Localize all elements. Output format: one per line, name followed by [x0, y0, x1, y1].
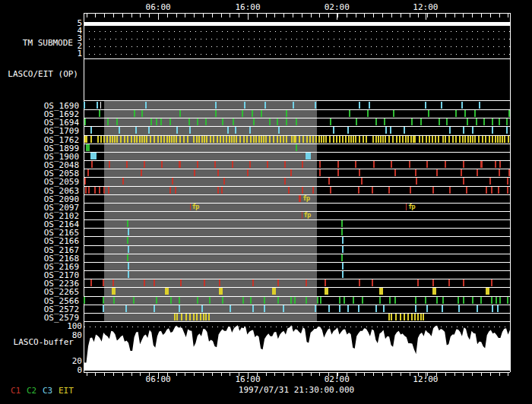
event-tick	[302, 161, 303, 168]
event-tick	[247, 169, 249, 176]
hour-tick-top	[373, 14, 374, 17]
event-tick	[489, 178, 491, 185]
hour-tick-top	[104, 14, 105, 17]
event-tick-dense	[217, 136, 218, 143]
event-tick	[90, 153, 97, 159]
event-tick	[486, 288, 489, 295]
event-tick	[84, 118, 86, 125]
hour-tick-bottom	[391, 373, 392, 376]
event-tick	[349, 110, 350, 117]
hour-tick-bottom	[490, 373, 491, 376]
event-tick	[244, 102, 245, 109]
event-tick-dense	[206, 136, 207, 143]
event-tick-dense	[423, 314, 424, 320]
event-tick-dense	[388, 136, 390, 143]
event-tick-dense	[395, 314, 397, 320]
event-tick	[379, 297, 381, 304]
event-tick	[293, 102, 294, 109]
event-tick	[499, 169, 500, 176]
hour-tick-top	[95, 14, 96, 17]
event-tick	[179, 297, 180, 304]
hour-tick-bottom	[401, 373, 401, 376]
event-tick	[286, 110, 287, 117]
event-tick-dense	[295, 136, 296, 143]
event-tick-dense	[210, 136, 211, 143]
event-tick-dense	[464, 136, 466, 143]
event-tick	[156, 118, 157, 125]
event-tick	[249, 127, 251, 134]
event-tick-dense	[204, 136, 205, 143]
date-stamp: 1997/07/31 21:30:00.000	[239, 385, 354, 395]
submode-dotted-level-2	[84, 46, 510, 47]
row-separator	[84, 152, 510, 153]
event-tick	[341, 254, 343, 261]
hour-tick-top	[391, 14, 392, 17]
event-tick	[358, 305, 359, 312]
event-tick	[222, 118, 223, 125]
event-tick	[359, 279, 360, 286]
event-tick-dense	[363, 136, 364, 143]
event-tick	[491, 187, 492, 194]
event-tick	[109, 161, 110, 168]
event-tick	[190, 204, 191, 210]
event-tick-dense	[392, 136, 394, 143]
event-tick	[483, 118, 485, 125]
event-tick-dense	[329, 136, 331, 143]
hour-tick-top	[266, 14, 267, 17]
event-tick	[84, 297, 85, 304]
event-tick-dense	[462, 136, 464, 143]
hour-tick-bottom	[212, 373, 213, 376]
legend-eit: EIT	[59, 387, 74, 395]
event-tick	[448, 279, 450, 286]
event-tick-dense	[333, 136, 334, 143]
hour-tick-top	[113, 14, 114, 17]
event-tick	[103, 279, 104, 286]
event-tick	[394, 169, 396, 176]
event-tick	[467, 118, 468, 125]
event-tick	[347, 305, 349, 312]
event-tick-dense	[205, 314, 207, 320]
event-tick-dense	[293, 136, 295, 143]
event-tick	[359, 102, 360, 109]
event-tick	[446, 118, 448, 125]
event-tick	[507, 297, 508, 304]
row-separator	[84, 109, 510, 110]
row-label-os_1709: OS_1709	[0, 127, 79, 135]
event-tick	[214, 161, 216, 168]
event-tick	[197, 297, 198, 304]
hour-tick-top	[185, 14, 185, 17]
event-tick	[122, 178, 124, 185]
event-tick-dense	[196, 314, 198, 320]
event-tick	[375, 118, 377, 125]
tm-submode-label: TM SUBMODE	[0, 39, 73, 47]
event-tick	[272, 288, 276, 295]
event-tick	[306, 297, 307, 304]
hour-tick-bottom	[445, 373, 446, 376]
event-tick-dense	[309, 136, 311, 143]
event-tick-dense	[229, 136, 230, 143]
event-tick-dense	[176, 314, 178, 320]
event-tick	[165, 288, 169, 295]
major-tick-top	[337, 14, 337, 20]
event-tick-dense	[154, 136, 155, 143]
hour-tick-bottom	[266, 373, 267, 376]
hour-tick-top	[445, 14, 446, 17]
event-tick	[252, 110, 253, 117]
event-tick-dense	[435, 136, 436, 143]
event-tick-dense	[239, 136, 241, 143]
event-tick-dense	[470, 136, 471, 143]
hour-tick-bottom	[176, 373, 177, 376]
event-tick-dense	[345, 136, 347, 143]
hour-tick-bottom	[194, 373, 195, 376]
event-tick-dense	[350, 136, 352, 143]
event-tick	[506, 118, 508, 125]
event-tick-dense	[173, 136, 175, 143]
event-tick	[161, 161, 163, 168]
event-tick	[333, 127, 334, 134]
time-label-top-2: 02:00	[325, 2, 350, 12]
event-tick-dense	[174, 314, 176, 320]
event-tick-dense	[482, 136, 483, 143]
event-tick	[416, 178, 417, 185]
event-tick-dense	[187, 136, 188, 143]
event-tick-dense	[499, 136, 501, 143]
